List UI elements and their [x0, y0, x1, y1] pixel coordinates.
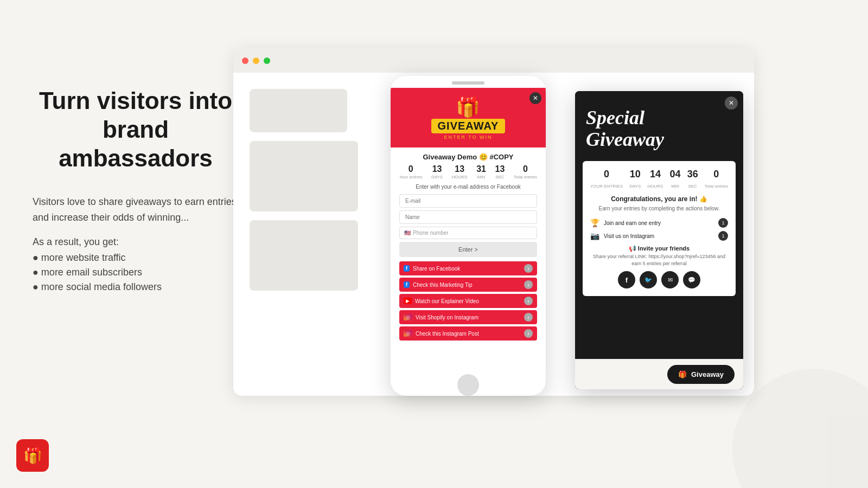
- giveaway-button[interactable]: 🎁 Giveaway: [667, 365, 735, 384]
- popup1-header: ✕ 🎁 GIVEAWAY ENTER TO WIN: [391, 88, 546, 147]
- left-section: Turn visitors into brand ambassadors Vis…: [33, 87, 239, 296]
- popup2-min: 04 MIN: [669, 169, 680, 190]
- giveaway-btn-icon: 🎁: [678, 370, 687, 378]
- action-badge-2: 1: [524, 280, 533, 289]
- social-email-btn[interactable]: ✉: [661, 271, 679, 288]
- popup2-header: SpecialGiveaway: [575, 91, 743, 161]
- action-instagram-label: Visit us on Instagram: [604, 233, 718, 239]
- popup2-sec: 36 SEC: [687, 169, 698, 190]
- result-intro: As a result, you get:: [33, 236, 239, 248]
- fake-block-3: [250, 220, 358, 291]
- popup1-body: Giveaway Demo 😊 #COPY 0 Your entries 13 …: [391, 147, 546, 348]
- earn-text: Earn your entries by completing the acti…: [590, 205, 728, 213]
- giveaway-title-badge: GIVEAWAY: [431, 119, 506, 133]
- youtube-icon: ▶: [404, 298, 412, 304]
- timer-days: 13 DAYS: [431, 164, 443, 179]
- social-twitter-btn[interactable]: 🐦: [640, 271, 657, 288]
- phone2-bottom-bar: 🎁 Giveaway: [575, 359, 743, 389]
- logo-gift-icon: 🎁: [23, 447, 42, 465]
- popup2-timer: 0 YOUR ENTRIES 10 DAYS 14 HOURS 04 MIN 3…: [590, 169, 728, 190]
- bullet-3: ● more social media followers: [33, 281, 239, 293]
- facebook-icon-2: f: [404, 281, 410, 288]
- phone-home-button-1[interactable]: [457, 374, 479, 396]
- action-label-1: Share on Facebook: [413, 266, 524, 272]
- popup2-special-giveaway-title: SpecialGiveaway: [586, 107, 732, 150]
- popup2-hours: 14 HOURS: [647, 169, 663, 190]
- instagram-icon-1: ◎: [404, 314, 412, 320]
- enter-label: ENTER TO WIN: [431, 134, 506, 140]
- timer-min: 31 MIN: [476, 164, 486, 179]
- invite-sub-text: Share your referral LINK: https://your.s…: [590, 253, 728, 267]
- bullet-list: ● more website traffic ● more email subs…: [33, 252, 239, 293]
- invite-title: 📢 Invite your friends: [590, 245, 728, 252]
- action-list: f Share on Facebook 1 f Check this Marke…: [399, 261, 537, 341]
- popup1-timer: 0 Your entries 13 DAYS 13 HOURS 31 MIN 1…: [399, 164, 537, 179]
- popup1-title: Giveaway Demo 😊 #COPY: [399, 153, 537, 161]
- timer-sec: 13 SEC: [495, 164, 505, 179]
- action-badge-1: 1: [524, 264, 533, 273]
- email-input[interactable]: [399, 194, 537, 208]
- sub-text: Visitors love to share giveaways to earn…: [33, 194, 239, 226]
- bullet-2: ● more email subscribers: [33, 267, 239, 278]
- popup2-close-button[interactable]: ✕: [725, 97, 738, 110]
- action-badge-3: 1: [524, 297, 533, 305]
- action-share-facebook[interactable]: f Share on Facebook 1: [399, 261, 537, 275]
- phone-notch-1: [452, 81, 484, 85]
- action-label-4: Visit Shopify on Instagram: [416, 314, 524, 320]
- phone-placeholder: Phone number: [413, 230, 449, 236]
- action-marketing-tip[interactable]: f Check this Marketing Tip 1: [399, 278, 537, 292]
- action-badge-4: 1: [524, 313, 533, 322]
- trophy-icon: 🏆: [590, 219, 599, 227]
- fake-block-2: [250, 141, 358, 211]
- action-label-5: Check this Instagram Post: [416, 331, 524, 337]
- popup2-action-join[interactable]: 🏆 Join and earn one entry 1: [590, 218, 728, 228]
- action-instagram-post[interactable]: ◎ Check this Instagram Post 1: [399, 326, 537, 341]
- main-heading: Turn visitors into brand ambassadors: [33, 87, 239, 172]
- action-join-badge: 1: [718, 218, 728, 228]
- flag-icon: 🇺🇸: [404, 230, 411, 236]
- popup1-description: Enter with your e-mail address or Facebo…: [399, 184, 537, 190]
- bottom-logo: 🎁: [16, 439, 49, 472]
- giveaway-badge: 🎁 GIVEAWAY ENTER TO WIN: [431, 96, 506, 140]
- social-icons-row: f 🐦 ✉ 💬: [590, 271, 728, 288]
- invite-section: 📢 Invite your friends Share your referra…: [590, 245, 728, 288]
- social-facebook-btn[interactable]: f: [618, 271, 635, 288]
- congrats-text: Congratulations, you are in! 👍: [590, 195, 728, 203]
- popup1-close-button[interactable]: ✕: [529, 92, 541, 104]
- action-join-label: Join and earn one entry: [604, 220, 718, 226]
- popup2-your-entries: 0 YOUR ENTRIES: [590, 169, 623, 190]
- twitter-social-icon: 🐦: [644, 277, 652, 284]
- popup2-total-entries: 0 Total entries: [705, 169, 728, 190]
- name-input[interactable]: [399, 210, 537, 224]
- action-label-2: Check this Marketing Tip: [413, 282, 524, 288]
- timer-total-entries: 0 Total entries: [514, 164, 537, 179]
- enter-button[interactable]: Enter >: [399, 242, 537, 257]
- camera-icon: 📷: [590, 232, 599, 240]
- action-visit-instagram[interactable]: ◎ Visit Shopify on Instagram 1: [399, 310, 537, 324]
- action-badge-5: 1: [524, 329, 533, 338]
- action-explainer-video[interactable]: ▶ Watch our Explainer Video 1: [399, 294, 537, 308]
- phone-input-row[interactable]: 🇺🇸 Phone number: [399, 227, 537, 239]
- action-label-3: Watch our Explainer Video: [415, 298, 524, 304]
- email-social-icon: ✉: [668, 277, 673, 284]
- giveaway-btn-label: Giveaway: [691, 370, 724, 378]
- instagram-icon-2: ◎: [404, 330, 412, 337]
- browser-dot-red: [242, 57, 248, 64]
- popup1: ✕ 🎁 GIVEAWAY ENTER TO WIN Giveaway Demo …: [391, 88, 546, 370]
- social-messenger-btn[interactable]: 💬: [683, 271, 700, 288]
- browser-bar: [233, 49, 754, 73]
- messenger-social-icon: 💬: [688, 277, 695, 284]
- facebook-icon-1: f: [404, 265, 410, 272]
- action-instagram-badge: 1: [718, 231, 728, 241]
- timer-hours: 13 HOURS: [452, 164, 468, 179]
- bullet-1: ● more website traffic: [33, 252, 239, 264]
- popup2-body: 0 YOUR ENTRIES 10 DAYS 14 HOURS 04 MIN 3…: [583, 161, 736, 296]
- phone-mockup-1: ✕ 🎁 GIVEAWAY ENTER TO WIN Giveaway Demo …: [391, 76, 546, 396]
- facebook-social-icon: f: [626, 276, 628, 284]
- popup2-days: 10 DAYS: [629, 169, 641, 190]
- browser-dot-yellow: [253, 57, 259, 64]
- timer-your-entries: 0 Your entries: [399, 164, 422, 179]
- gift-icon: 🎁: [431, 96, 506, 119]
- phone-mockup-2: ✕ SpecialGiveaway 0 YOUR ENTRIES 10 DAYS…: [575, 91, 743, 389]
- popup2-action-instagram[interactable]: 📷 Visit us on Instagram 1: [590, 231, 728, 241]
